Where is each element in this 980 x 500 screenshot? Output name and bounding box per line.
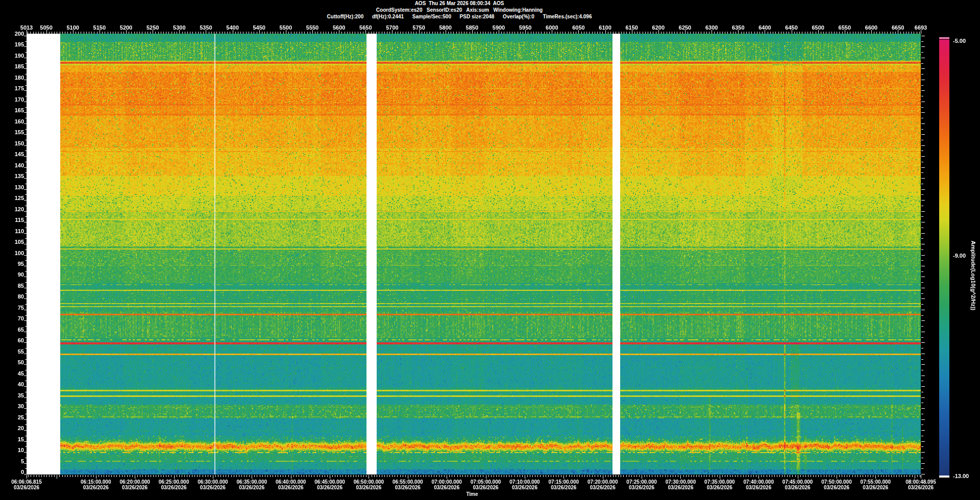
time-value: 07:30:00.000 [666,480,696,485]
top-axis-tick-label: 5500 [280,24,292,31]
time-value: 07:55:00.000 [861,480,891,485]
spectrogram-canvas [27,34,921,474]
time-value: 07:15:00.000 [549,480,579,485]
left-axis-tick-label: 150 [15,140,24,146]
top-axis-tick-label: 5050 [40,24,52,31]
time-axis-label: 07:30:00.00003/26/2026 [666,480,696,490]
time-axis-label: 06:50:00.00003/26/2026 [354,480,384,490]
top-axis-tick-label: 6650 [892,24,904,31]
top-axis-tick-label: 5100 [66,24,79,31]
top-axis-tick-label: 6500 [812,24,824,31]
time-axis-label: 07:55:00.00003/26/2026 [861,480,891,490]
left-axis-tick-label: 95 [18,261,24,267]
date-value: 03/26/2026 [354,485,384,491]
top-axis-tick-label: 5450 [253,24,265,31]
time-value: 07:40:00.000 [743,480,774,485]
time-value: 06:50:00.000 [354,480,384,485]
top-axis-tick-label: 5800 [439,24,451,31]
time-axis-label: 07:15:00.00003/26/2026 [549,480,579,490]
top-axis-tick-label: 6600 [865,24,877,31]
left-axis-tick-label: 195 [15,41,24,47]
colorbar-canvas [939,37,949,478]
date-value: 03/26/2026 [549,485,579,491]
time-value: 07:50:00.000 [821,480,852,485]
top-axis-tick-label: 6150 [625,24,638,31]
top-axis-tick-label: 6100 [599,24,611,31]
colorbar-tick-label: -9.00 [953,253,966,259]
time-axis-label: 06:06:06.81503/26/2026 [11,480,42,490]
top-axis-tick-label: 5400 [226,24,238,31]
time-axis-label: 07:25:00.00003/26/2026 [626,480,657,490]
top-axis-tick-label: 6300 [705,24,718,31]
time-value: 07:45:00.000 [782,480,813,485]
left-axis-tick-label: 115 [15,217,24,223]
left-axis-tick-label: 45 [18,370,24,377]
date-value: 03/26/2026 [821,485,852,491]
time-value: 06:15:00.000 [81,480,111,485]
left-axis-tick-label: 20 [18,425,24,431]
time-value: 07:25:00.000 [626,480,657,485]
top-axis-tick-label: 5200 [120,24,132,31]
time-value: 06:45:00.000 [314,480,345,485]
top-axis-tick-label: 5300 [173,24,185,31]
left-axis-tick-label: 135 [15,173,24,179]
date-value: 03/26/2026 [237,485,267,491]
time-axis-label: 06:25:00.00003/26/2026 [159,480,189,490]
time-value: 06:20:00.000 [119,480,150,485]
left-axis-tick-label: 185 [15,63,24,69]
left-axis-tick-label: 70 [18,315,24,321]
colorbar-tick-label: -13.00 [953,473,969,479]
top-axis-tick-label: 6000 [546,24,558,31]
time-axis-label: 06:20:00.00003/26/2026 [119,480,150,490]
top-axis-tick-label: 5150 [93,24,106,31]
date-value: 03/26/2026 [704,485,735,491]
time-axis-label: 07:50:00.00003/26/2026 [821,480,852,490]
date-value: 03/26/2026 [81,485,111,491]
colorbar-axis-label: Amplitude(Log10(g^2/Hz)) [970,241,976,311]
time-axis-label: 07:20:00.00003/26/2026 [587,480,618,490]
date-value: 03/26/2026 [743,485,774,491]
date-value: 03/26/2026 [393,485,423,491]
top-axis-tick-label: 5350 [200,24,212,31]
left-axis-tick-label: 145 [15,151,24,157]
time-axis-label: 08:00:48.09503/26/2026 [905,480,936,490]
date-value: 03/26/2026 [119,485,150,491]
top-axis-tick-label: 5250 [146,24,159,31]
top-axis-tick-label: 5013 [20,24,33,31]
date-value: 03/26/2026 [198,485,228,491]
colorbar-tick-label: -5.00 [953,38,966,44]
left-axis-tick-label: 30 [18,403,24,409]
date-value: 03/26/2026 [509,485,540,491]
left-axis-tick-label: 75 [18,305,24,311]
left-axis-tick-label: 80 [18,293,24,299]
time-axis-label: 06:30:00.00003/26/2026 [198,480,228,490]
date-value: 03/26/2026 [626,485,657,491]
time-value: 06:06:06.815 [11,480,42,485]
left-axis-tick-label: 155 [15,129,24,135]
time-value: 06:55:00.000 [393,480,423,485]
time-value: 06:40:00.000 [276,480,306,485]
top-axis-tick-label: 5600 [333,24,345,31]
left-axis-tick-label: 60 [18,337,24,343]
left-axis-tick-label: 85 [18,283,24,289]
time-axis-label: 06:40:00.00003/26/2026 [276,480,306,490]
top-axis-tick-label: 5700 [386,24,398,31]
time-axis-label: 07:00:00.00003/26/2026 [431,480,462,490]
time-axis-label: 06:35:00.00003/26/2026 [237,480,267,490]
left-axis-tick-label: 130 [15,184,24,190]
time-axis-label: 07:05:00.00003/26/2026 [471,480,501,490]
date-value: 03/26/2026 [666,485,696,491]
date-value: 03/26/2026 [276,485,306,491]
date-value: 03/26/2026 [11,485,42,491]
time-value: 06:35:00.000 [237,480,267,485]
left-axis-tick-label: 165 [15,107,24,113]
top-axis-tick-label: 6050 [572,24,584,31]
left-axis-tick-label: 100 [15,250,24,256]
time-axis-label: 07:40:00.00003/26/2026 [743,480,774,490]
time-value: 08:00:48.095 [905,480,936,485]
top-axis-tick-label: 6400 [758,24,771,31]
left-axis-tick-label: 5 [21,458,24,464]
time-axis-label: 07:10:00.00003/26/2026 [509,480,540,490]
left-axis-tick-label: 125 [15,195,24,201]
date-value: 03/26/2026 [431,485,462,491]
